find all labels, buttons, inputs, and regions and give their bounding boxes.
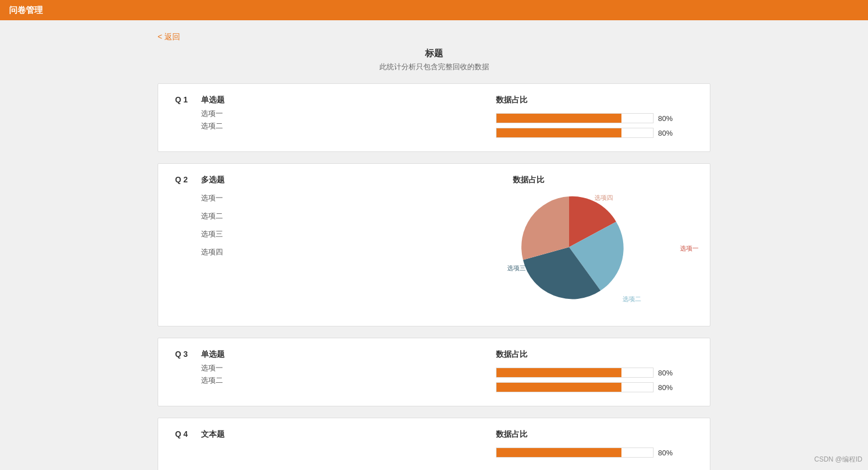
q4-chart-label: 数据占比 <box>496 429 527 440</box>
page-header: 标题 此统计分析只包含完整回收的数据 <box>158 48 710 72</box>
q1-header: Q 1 单选题 选项一 选项二 数据占比 80% 80% <box>175 95 693 140</box>
q2-header: Q 2 多选题 选项一 选项二 选项三 选项四 数据占比 <box>175 175 693 315</box>
q3-bar-row1: 80% <box>496 368 673 378</box>
q4-type: 文本题 <box>201 429 487 440</box>
q3-bar-container1 <box>496 368 654 378</box>
q2-option2: 选项二 <box>201 211 504 221</box>
q3-bar-percent2: 80% <box>658 383 673 392</box>
q1-bar-percent2: 80% <box>658 129 673 137</box>
content-area: < 返回 标题 此统计分析只包含完整回收的数据 Q 1 单选题 选项一 选项二 … <box>0 20 868 470</box>
q4-number: Q 4 <box>175 429 192 438</box>
q1-bar-row2: 80% <box>496 128 673 138</box>
top-bar: 问卷管理 <box>0 0 868 20</box>
q3-bar-container2 <box>496 382 654 392</box>
q4-info: 文本题 <box>201 429 487 443</box>
q4-bar-row1: 80% <box>496 447 673 458</box>
q3-type: 单选题 <box>201 350 487 360</box>
q3-header: Q 3 单选题 选项一 选项二 数据占比 80% 80% <box>175 350 693 395</box>
q3-bar-row2: 80% <box>496 382 673 392</box>
q3-bar-fill1 <box>496 368 621 377</box>
q3-info: 单选题 选项一 选项二 <box>201 350 487 388</box>
app-title: 问卷管理 <box>9 5 43 16</box>
q1-chart-label: 数据占比 <box>496 95 527 105</box>
q1-bar-fill2 <box>496 128 621 137</box>
pie-legend-1: 选项一 <box>680 244 699 253</box>
q4-bar-fill1 <box>496 448 621 457</box>
pie-legend-2: 选项二 <box>623 295 641 303</box>
q2-pie-wrapper: 选项四 选项一 选项二 选项三 <box>513 191 670 315</box>
q3-bar-fill2 <box>496 383 621 392</box>
page-title: 标题 <box>158 48 710 60</box>
q2-number: Q 2 <box>175 175 192 184</box>
q1-bar-row1: 80% <box>496 113 673 123</box>
q3-chart-area: 数据占比 80% 80% <box>496 350 693 395</box>
question-card-q4: Q 4 文本题 数据占比 80% <box>158 418 710 470</box>
q1-bar-container1 <box>496 113 654 123</box>
q4-bar-container1 <box>496 447 654 458</box>
q4-chart-area: 数据占比 80% <box>496 429 693 460</box>
q1-info: 单选题 选项一 选项二 <box>201 95 487 133</box>
q1-bar-container2 <box>496 128 654 138</box>
question-card-q2: Q 2 多选题 选项一 选项二 选项三 选项四 数据占比 <box>158 163 710 326</box>
q2-option1: 选项一 <box>201 193 504 203</box>
q4-header: Q 4 文本题 数据占比 80% <box>175 429 693 460</box>
page-subtitle: 此统计分析只包含完整回收的数据 <box>158 62 710 72</box>
back-link-top[interactable]: < 返回 <box>158 32 180 42</box>
q2-option3: 选项三 <box>201 229 504 239</box>
question-card-q3: Q 3 单选题 选项一 选项二 数据占比 80% 80% <box>158 338 710 406</box>
q2-chart-area: 数据占比 选项四 <box>513 175 693 315</box>
q2-chart-label: 数据占比 <box>513 175 544 185</box>
q3-number: Q 3 <box>175 350 192 359</box>
pie-legend-4: 选项四 <box>594 194 613 202</box>
q1-chart-area: 数据占比 80% 80% <box>496 95 693 140</box>
q1-option1: 选项一 <box>201 109 487 119</box>
pie-legend-3: 选项三 <box>507 264 526 272</box>
q1-number: Q 1 <box>175 95 192 104</box>
q2-info: 多选题 选项一 选项二 选项三 选项四 <box>201 175 504 265</box>
q3-option2: 选项二 <box>201 375 487 386</box>
q2-option4: 选项四 <box>201 247 504 257</box>
watermark: CSDN @编程ID <box>814 455 862 464</box>
q2-pie-chart <box>513 191 625 303</box>
q1-option2: 选项二 <box>201 121 487 131</box>
q1-bar-percent1: 80% <box>658 114 673 123</box>
q1-bar-fill1 <box>496 114 621 123</box>
q4-bar-percent1: 80% <box>658 449 673 457</box>
q3-chart-label: 数据占比 <box>496 350 527 360</box>
question-card-q1: Q 1 单选题 选项一 选项二 数据占比 80% 80% <box>158 83 710 152</box>
q3-option1: 选项一 <box>201 363 487 373</box>
q2-type: 多选题 <box>201 175 504 185</box>
q1-type: 单选题 <box>201 95 487 105</box>
q3-bar-percent1: 80% <box>658 369 673 377</box>
